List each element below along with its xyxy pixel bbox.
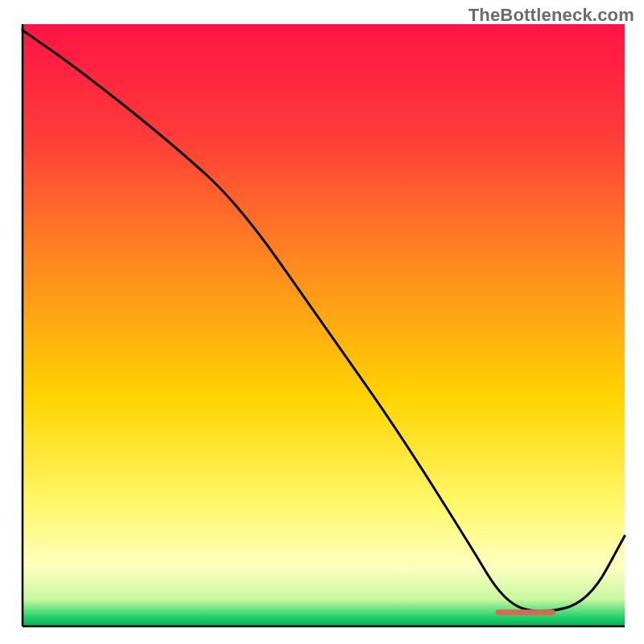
watermark-text: TheBottleneck.com [469, 5, 634, 26]
chart-svg [0, 0, 644, 644]
chart-container: TheBottleneck.com [0, 0, 644, 644]
